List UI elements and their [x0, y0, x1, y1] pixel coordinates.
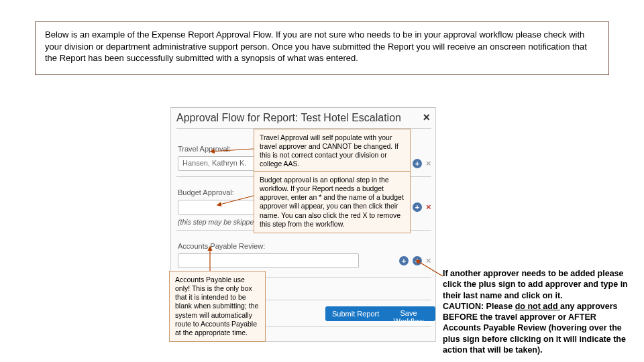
intro-box: Below is an example of the Expense Repor…	[35, 21, 609, 75]
budget-approval-label: Budget Approval:	[178, 188, 234, 196]
plus-icon[interactable]: +	[399, 256, 409, 265]
submit-report-button[interactable]: Submit Report	[325, 306, 386, 321]
ap-callout: Accounts Payable use only! This is the o…	[169, 271, 266, 342]
plus-callout: If another approver needs to be added pl…	[443, 268, 636, 355]
remove-icon[interactable]: ×	[426, 202, 431, 212]
row3-icons: + + ×	[399, 256, 431, 265]
skip-note: (this step may be skipped)	[178, 218, 260, 226]
travel-approval-label: Travel Approval:	[178, 145, 231, 153]
intro-text: Below is an example of the Expense Repor…	[45, 29, 587, 63]
travel-callout: Travel Approval will self populate with …	[254, 129, 411, 174]
budget-callout: Budget approval is an optional step in t…	[254, 171, 411, 233]
plus-icon[interactable]: +	[413, 159, 422, 168]
save-workflow-button[interactable]: Save Workflow	[382, 306, 435, 321]
ap-review-input[interactable]	[178, 253, 359, 268]
ap-review-label: Accounts Payable Review:	[178, 242, 265, 250]
remove-icon[interactable]: ×	[426, 159, 431, 168]
dialog-title: Approval Flow for Report: Test Hotel Esc…	[176, 112, 401, 124]
plus-icon[interactable]: +	[413, 256, 422, 265]
remove-icon[interactable]: ×	[426, 256, 431, 265]
plus-icon[interactable]: +	[413, 202, 422, 212]
close-icon[interactable]: ×	[423, 111, 430, 125]
